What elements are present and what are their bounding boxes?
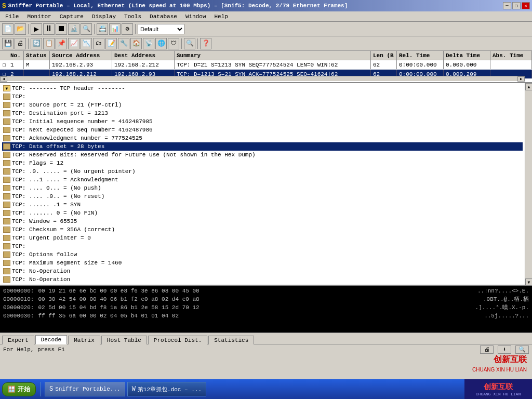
decode-line-text: TCP: .0. ..... = (No urgent pointer) bbox=[12, 168, 136, 175]
decode-line[interactable]: TCP: ...1 .... = Acknowledgment bbox=[2, 176, 523, 184]
menu-capture[interactable]: Capture bbox=[56, 12, 88, 21]
taskbar-word[interactable]: W 第12章抓包.doc – ... bbox=[127, 382, 206, 396]
decode-line[interactable]: TCP: Reserved Bits: Reserved for Future … bbox=[2, 151, 523, 159]
scroll-right[interactable]: ▶ bbox=[517, 76, 525, 82]
statusbar-icon3[interactable]: 🔍 bbox=[515, 345, 529, 354]
watermark-line2: CHUANG XIN HU LIAN bbox=[472, 367, 527, 373]
decode-line-text: TCP: ...1 .... = Acknowledgment bbox=[12, 177, 118, 183]
define-filter-button[interactable]: 📊 bbox=[109, 23, 121, 35]
tb2-btn13[interactable]: 🌐 bbox=[155, 38, 167, 49]
menu-window[interactable]: Window bbox=[181, 12, 210, 21]
tb2-btn7[interactable]: 📉 bbox=[81, 38, 92, 49]
titlebar-controls: ─ ❐ ✕ bbox=[503, 2, 530, 9]
decode-line[interactable]: TCP: Next expected Seq number= 416248798… bbox=[2, 126, 523, 134]
menu-database[interactable]: Database bbox=[145, 12, 181, 21]
tb2-btn5[interactable]: 📌 bbox=[56, 38, 67, 49]
tb2-btn14[interactable]: 🛡 bbox=[168, 38, 179, 49]
scroll-down[interactable]: ▼ bbox=[525, 278, 532, 286]
tab-protocol-dist.[interactable]: Protocol Dist. bbox=[148, 336, 207, 344]
decode-line[interactable]: TCP: Window = 65535 bbox=[2, 217, 523, 225]
tb2-btn1[interactable]: 💾 bbox=[2, 38, 14, 49]
decode-line-icon bbox=[3, 118, 10, 125]
close-button[interactable]: ✕ bbox=[522, 2, 530, 9]
hex-ascii: ..5j.....?... bbox=[484, 312, 529, 320]
tb2-btn12[interactable]: 📡 bbox=[143, 38, 154, 49]
decode-line[interactable]: TCP: Destination port = 1213 bbox=[2, 109, 523, 117]
tab-decode[interactable]: Decode bbox=[35, 335, 68, 344]
tab-matrix[interactable]: Matrix bbox=[68, 336, 100, 344]
decode-line[interactable]: TCP: Maximum segment size = 1460 bbox=[2, 259, 523, 267]
decode-line[interactable]: TCP: ...... .1 = SYN bbox=[2, 201, 523, 209]
tab-statistics[interactable]: Statistics bbox=[208, 336, 254, 344]
logo-cn: 创新互联 bbox=[476, 382, 521, 392]
menu-tools[interactable]: Tools bbox=[120, 12, 145, 21]
stop-button[interactable]: ⏹ bbox=[56, 23, 67, 35]
decode-line[interactable]: TCP: .0. ..... = (No urgent pointer) bbox=[2, 167, 523, 176]
word-icon: W bbox=[132, 385, 136, 393]
tb2-btn11[interactable]: 🏠 bbox=[130, 38, 142, 49]
tb2-btn10[interactable]: 🔧 bbox=[118, 38, 129, 49]
taskbar-sniffer[interactable]: S Sniffer Portable... bbox=[45, 382, 125, 396]
decode-line[interactable]: TCP: No-Operation bbox=[2, 267, 523, 275]
decode-line[interactable]: TCP: Acknowledgment number = 777524525 bbox=[2, 134, 523, 142]
addr-book-button[interactable]: 📇 bbox=[97, 23, 108, 35]
decode-line[interactable]: TCP: No-Operation bbox=[2, 275, 523, 284]
decode-vscroll[interactable]: ▲ ▼ bbox=[525, 83, 532, 286]
table-row[interactable]: ☐ 1 M 192.168.2.93 192.168.2.212 TCP: D=… bbox=[0, 60, 532, 70]
menu-file[interactable]: File bbox=[1, 12, 23, 21]
pause-button[interactable]: ⏸ bbox=[43, 23, 55, 35]
profile-dropdown[interactable]: Default bbox=[138, 24, 184, 34]
tb2-btn16[interactable]: ❓ bbox=[200, 38, 211, 49]
start-button[interactable]: 🪟 开始 bbox=[2, 382, 36, 396]
h-scrollbar[interactable]: ◀ ▶ bbox=[0, 76, 525, 81]
statusbar-right: 🖨 ⬇ 🔍 bbox=[480, 345, 529, 354]
tab-host-table[interactable]: Host Table bbox=[101, 336, 147, 344]
tb2-btn2[interactable]: 🖨 bbox=[15, 38, 26, 49]
decode-line-text: TCP: Flags = 12 bbox=[12, 160, 63, 166]
decode-line[interactable]: TCP: bbox=[2, 92, 523, 101]
minimize-button[interactable]: ─ bbox=[503, 2, 511, 9]
tb2-btn9[interactable]: 📝 bbox=[105, 38, 117, 49]
tb2-btn8[interactable]: 🗂 bbox=[93, 38, 104, 49]
decode-line[interactable]: TCP: Checksum = 356A (correct) bbox=[2, 225, 523, 234]
tab-expert[interactable]: Expert bbox=[2, 336, 34, 344]
menu-display[interactable]: Display bbox=[88, 12, 120, 21]
restore-button[interactable]: ❐ bbox=[512, 2, 521, 9]
new-button[interactable]: 📄 bbox=[2, 23, 14, 35]
scroll-up[interactable]: ▲ bbox=[525, 83, 532, 90]
statusbar-icon2[interactable]: ⬇ bbox=[498, 345, 511, 354]
tb2-btn4[interactable]: 📋 bbox=[43, 38, 55, 49]
decode-line-text: TCP: Acknowledgment number = 777524525 bbox=[12, 135, 142, 141]
decode-line[interactable]: TCP: ....... 0 = (No FIN) bbox=[2, 209, 523, 217]
sep1 bbox=[28, 24, 29, 34]
menu-help[interactable]: Help bbox=[210, 12, 232, 21]
decode-line[interactable]: TCP: Data offset = 28 bytes bbox=[2, 142, 523, 151]
decode-line[interactable]: TCP: Source port = 21 (FTP-ctrl) bbox=[2, 101, 523, 109]
decode-line[interactable]: TCP: .... .0.. = (No reset) bbox=[2, 192, 523, 201]
decode-line[interactable]: TCP: .... 0... = (No push) bbox=[2, 184, 523, 192]
tb2-btn6[interactable]: 📈 bbox=[68, 38, 79, 49]
options-button[interactable]: ⚙ bbox=[122, 23, 133, 35]
row-check[interactable]: ☐ bbox=[0, 61, 8, 68]
decode-line-text: TCP: Reserved Bits: Reserved for Future … bbox=[12, 152, 256, 158]
watermark: 创新互联 CHUANG XIN HU LIAN bbox=[472, 354, 527, 374]
decode-line[interactable]: TCP: Options follow bbox=[2, 250, 523, 259]
open-button[interactable]: 📂 bbox=[15, 23, 26, 35]
col-header-deltatime: Delta Time bbox=[444, 51, 490, 60]
decode-line-icon bbox=[3, 243, 10, 249]
hex-line: 00000010:00 30 42 54 00 00 40 06 b1 f2 c… bbox=[3, 295, 529, 303]
tb2-btn15[interactable]: 🔍 bbox=[184, 38, 195, 49]
decode-line[interactable]: TCP: Initial sequence number = 416248798… bbox=[2, 117, 523, 126]
decode-line[interactable]: TCP: bbox=[2, 242, 523, 250]
decode-line[interactable]: TCP: Flags = 12 bbox=[2, 159, 523, 167]
filter-button[interactable]: 🔍 bbox=[81, 23, 92, 35]
start-capture-button[interactable]: ▶ bbox=[31, 23, 42, 35]
menu-monitor[interactable]: Monitor bbox=[23, 12, 55, 21]
scroll-left[interactable]: ◀ bbox=[0, 76, 7, 82]
decode-line[interactable]: ▼TCP: -------- TCP header -------- bbox=[2, 84, 523, 92]
tb2-btn3[interactable]: 🔄 bbox=[31, 38, 42, 49]
decode-line[interactable]: TCP: Urgent pointer = 0 bbox=[2, 234, 523, 242]
statusbar-icon1[interactable]: 🖨 bbox=[480, 345, 494, 354]
expert-button[interactable]: 🔬 bbox=[68, 23, 79, 35]
profile-select[interactable]: Default bbox=[138, 24, 184, 34]
